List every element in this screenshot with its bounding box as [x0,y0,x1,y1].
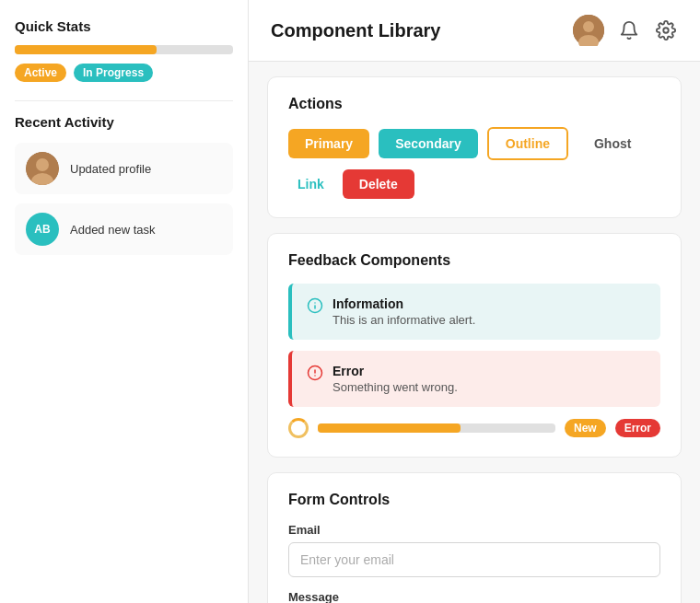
recent-activity-title: Recent Activity [15,114,233,130]
form-title: Form Controls [288,492,660,508]
svg-point-1 [36,158,49,171]
quick-stats-progress-track [15,45,233,54]
activity-item-task: AB Added new task [15,203,233,255]
email-label: Email [288,523,660,537]
settings-button[interactable] [654,18,678,42]
avatar-profile [26,152,59,185]
feedback-title: Feedback Components [288,252,660,269]
activity-text-profile: Updated profile [70,162,151,176]
sidebar-divider [15,100,233,101]
alert-error-body: Something went wrong. [332,380,458,394]
email-form-group: Email [288,523,660,577]
error-icon [307,365,323,385]
actions-title: Actions [288,96,660,112]
delete-button[interactable]: Delete [343,169,414,199]
page-title: Component Library [271,20,440,41]
main-progress-fill [318,423,461,433]
info-icon [307,297,323,318]
activity-item-profile: Updated profile [15,143,233,194]
main-progress-track [318,423,555,433]
badge-active: Active [15,64,66,82]
primary-button[interactable]: Primary [288,129,369,158]
message-label: Message [288,590,660,603]
quick-stats-progress-fill [15,45,157,54]
email-input[interactable] [288,542,660,577]
actions-btn-row: Primary Secondary Outline Ghost Link Del… [288,127,660,199]
main-content: Component Library [249,0,700,603]
alert-info-content: Information This is an informative alert… [332,296,475,327]
feedback-section: Feedback Components Information This is … [267,233,682,458]
alert-info: Information This is an informative alert… [288,284,660,340]
message-form-group: Message [288,590,660,603]
loading-spinner [288,418,309,438]
secondary-button[interactable]: Secondary [379,129,478,158]
badge-new: New [565,419,606,437]
sidebar: Quick Stats Active In Progress Recent Ac… [0,0,249,603]
svg-point-4 [583,21,594,32]
quick-stats-badges: Active In Progress [15,64,233,82]
header-icons [573,15,678,46]
badge-error: Error [615,419,660,437]
header: Component Library [249,0,700,62]
form-section: Form Controls Email Message [267,472,682,603]
avatar-photo-icon [26,152,59,185]
progress-row: New Error [288,418,660,438]
ghost-button[interactable]: Ghost [578,129,648,158]
recent-activity-section: Recent Activity Updated profile AB Added… [15,114,233,255]
alert-error-title: Error [332,364,458,378]
alert-info-body: This is an informative alert. [332,313,475,327]
actions-section: Actions Primary Secondary Outline Ghost … [267,76,682,218]
alert-info-title: Information [332,296,475,311]
svg-point-6 [663,28,669,33]
quick-stats-section: Quick Stats Active In Progress [15,18,233,82]
bell-button[interactable] [617,18,641,42]
alert-error: Error Something went wrong. [288,351,660,407]
link-button[interactable]: Link [288,169,333,199]
avatar-initials-task: AB [34,223,50,236]
badge-inprogress: In Progress [74,64,153,82]
alert-error-content: Error Something went wrong. [332,364,458,394]
outline-button[interactable]: Outline [487,127,568,160]
user-avatar[interactable] [573,15,604,46]
activity-text-task: Added new task [70,223,156,237]
avatar-task: AB [26,213,59,246]
quick-stats-title: Quick Stats [15,18,233,34]
